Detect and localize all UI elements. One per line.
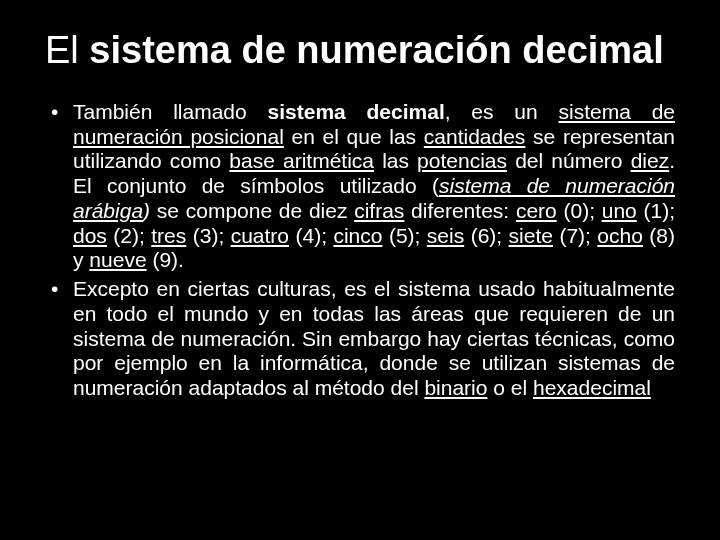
text-run: (4);: [289, 224, 333, 247]
text-run: base aritmética: [229, 149, 374, 172]
text-run: diferentes:: [404, 199, 516, 222]
bullet-item: También llamado sistema decimal, es un s…: [45, 100, 675, 273]
text-run: potencias: [417, 149, 507, 172]
text-run: binario: [424, 376, 487, 399]
text-run: cero: [516, 199, 557, 222]
title-main: sistema de numeración decimal: [89, 29, 663, 71]
text-run: ): [143, 199, 150, 222]
text-run: (7);: [553, 224, 597, 247]
text-run: , es un: [445, 100, 559, 123]
text-run: (1);: [637, 199, 675, 222]
text-run: cinco: [333, 224, 382, 247]
text-run: nueve: [89, 248, 146, 271]
text-run: hexadecimal: [533, 376, 651, 399]
text-run: (6);: [464, 224, 508, 247]
text-run: cuatro: [231, 224, 289, 247]
text-run: cifras: [354, 199, 404, 222]
text-run: seis: [427, 224, 464, 247]
text-run: del número: [507, 149, 631, 172]
text-run: (2);: [107, 224, 151, 247]
text-run: cantidades: [424, 125, 526, 148]
text-run: (0);: [557, 199, 602, 222]
text-run: También llamado: [73, 100, 268, 123]
title-prefix: El: [45, 29, 89, 71]
text-run: (9).: [147, 248, 184, 271]
slide-body: También llamado sistema decimal, es un s…: [45, 100, 675, 401]
text-run: se compone de diez: [150, 199, 354, 222]
text-run: (5);: [382, 224, 426, 247]
text-run: las: [374, 149, 417, 172]
slide-title: El sistema de numeración decimal: [45, 30, 675, 72]
slide: El sistema de numeración decimal También…: [0, 0, 720, 540]
text-run: siete: [509, 224, 553, 247]
text-run: sistema decimal: [268, 100, 445, 123]
text-run: (3);: [186, 224, 230, 247]
text-run: en el que las: [284, 125, 424, 148]
text-run: ocho: [597, 224, 643, 247]
text-run: diez: [631, 149, 670, 172]
text-run: uno: [602, 199, 637, 222]
bullet-item: Excepto en ciertas culturas, es el siste…: [45, 277, 675, 401]
text-run: tres: [151, 224, 186, 247]
text-run: dos: [73, 224, 107, 247]
text-run: o el: [487, 376, 533, 399]
